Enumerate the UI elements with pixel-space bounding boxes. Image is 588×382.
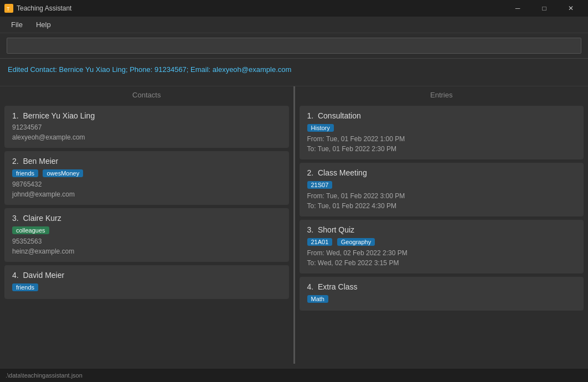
entry-card-4[interactable]: 4. Extra Class Math	[300, 277, 584, 311]
entry-card-2[interactable]: 2. Class Meeting 21S07 From: Tue, 01 Feb…	[300, 163, 584, 216]
menu-file[interactable]: File	[4, 18, 29, 31]
entry-to-3: To: Wed, 02 Feb 2022 3:15 PM	[307, 258, 576, 268]
menu-bar: File Help	[0, 17, 588, 33]
entries-list[interactable]: 1. Consultation History From: Tue, 01 Fe…	[295, 104, 589, 364]
contact-card-4[interactable]: 4. David Meier friends	[4, 265, 289, 299]
entry-to-1: To: Tue, 01 Feb 2022 2:30 PM	[307, 144, 576, 154]
tag-21s07: 21S07	[307, 181, 333, 189]
tag-21a01: 21A01	[307, 238, 333, 246]
contact-name-4: 4. David Meier	[12, 271, 281, 280]
contacts-list[interactable]: 1. Bernice Yu Xiao Ling 91234567 alexyeo…	[0, 104, 293, 364]
close-button[interactable]: ✕	[558, 0, 584, 17]
status-path: .\data\teachingassistant.json	[6, 372, 82, 379]
entry-tags-2: 21S07	[307, 179, 576, 191]
contact-tags-2: friends owesMoney	[12, 168, 281, 179]
entry-title-4: 4. Extra Class	[307, 282, 576, 291]
entry-from-3: From: Wed, 02 Feb 2022 2:30 PM	[307, 248, 576, 258]
tag-math: Math	[307, 295, 328, 303]
command-area	[0, 33, 588, 59]
tag-history: History	[307, 124, 334, 132]
contact-name-3: 3. Claire Kurz	[12, 214, 281, 223]
app-icon: T	[4, 4, 13, 13]
entries-panel: Entries 1. Consultation History From: Tu…	[295, 86, 589, 364]
entry-tags-1: History	[307, 122, 576, 134]
entries-header: Entries	[295, 86, 589, 104]
entry-title-1: 1. Consultation	[307, 111, 576, 120]
tag-geography: Geography	[337, 238, 375, 246]
title-bar-left: T Teaching Assistant	[4, 4, 71, 13]
tag-friends-4: friends	[12, 283, 38, 291]
entry-from-1: From: Tue, 01 Feb 2022 1:00 PM	[307, 134, 576, 144]
menu-help[interactable]: Help	[29, 18, 58, 31]
contact-name-2: 2. Ben Meier	[12, 157, 281, 166]
maximize-button[interactable]: □	[532, 0, 557, 17]
status-bar: .\data\teachingassistant.json	[0, 369, 588, 382]
entry-card-1[interactable]: 1. Consultation History From: Tue, 01 Fe…	[300, 106, 584, 159]
window-controls: ─ □ ✕	[505, 0, 584, 17]
contact-phone-1: 91234567	[12, 122, 281, 132]
contact-tags-3: colleagues	[12, 225, 281, 236]
contact-card-2[interactable]: 2. Ben Meier friends owesMoney 98765432 …	[4, 151, 289, 205]
contact-email-3: heinz@example.com	[12, 246, 281, 256]
app-title: Teaching Assistant	[17, 4, 71, 12]
tag-colleagues: colleagues	[12, 226, 49, 234]
contact-tags-4: friends	[12, 282, 281, 293]
contact-phone-2: 98765432	[12, 179, 281, 189]
contact-phone-3: 95352563	[12, 236, 281, 246]
entry-tags-4: Math	[307, 293, 576, 305]
contacts-header: Contacts	[0, 86, 293, 104]
tag-friends: friends	[12, 169, 38, 177]
svg-text:T: T	[7, 6, 10, 12]
contact-card-1[interactable]: 1. Bernice Yu Xiao Ling 91234567 alexyeo…	[4, 106, 289, 148]
contact-email-2: johnd@example.com	[12, 189, 281, 199]
entry-title-3: 3. Short Quiz	[307, 225, 576, 234]
entry-tags-3: 21A01 Geography	[307, 236, 576, 248]
command-input[interactable]	[7, 38, 581, 54]
contact-name-1: 1. Bernice Yu Xiao Ling	[12, 111, 281, 120]
output-area: Edited Contact: Bernice Yu Xiao Ling; Ph…	[0, 59, 588, 86]
contact-email-1: alexyeoh@example.com	[12, 132, 281, 142]
contacts-panel: Contacts 1. Bernice Yu Xiao Ling 9123456…	[0, 86, 295, 364]
title-bar: T Teaching Assistant ─ □ ✕	[0, 0, 588, 17]
entry-title-2: 2. Class Meeting	[307, 168, 576, 177]
entry-card-3[interactable]: 3. Short Quiz 21A01 Geography From: Wed,…	[300, 220, 584, 273]
minimize-button[interactable]: ─	[505, 0, 530, 17]
output-text: Edited Contact: Bernice Yu Xiao Ling; Ph…	[8, 65, 291, 74]
tag-owesmoney: owesMoney	[43, 169, 83, 177]
contact-card-3[interactable]: 3. Claire Kurz colleagues 95352563 heinz…	[4, 208, 289, 262]
entry-to-2: To: Tue, 01 Feb 2022 4:30 PM	[307, 201, 576, 211]
entry-from-2: From: Tue, 01 Feb 2022 3:00 PM	[307, 191, 576, 201]
main-content: Contacts 1. Bernice Yu Xiao Ling 9123456…	[0, 86, 588, 364]
